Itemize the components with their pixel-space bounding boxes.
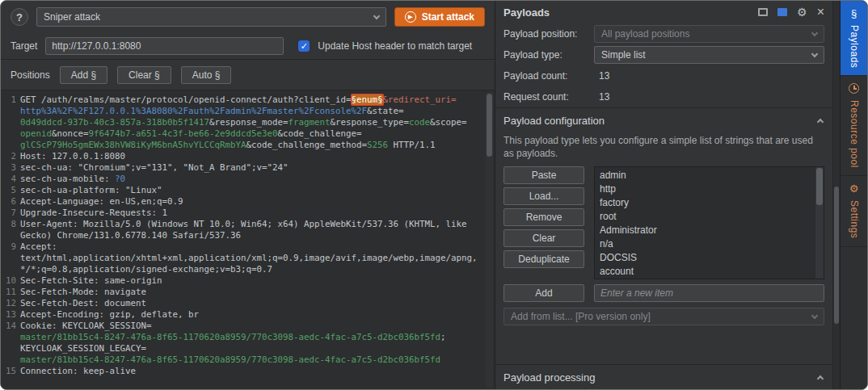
request-line[interactable]: 6Accept-Language: en-US,en;q=0.9 — [1, 196, 485, 208]
editor-scrollbar-thumb[interactable] — [487, 94, 492, 157]
target-input[interactable] — [45, 37, 284, 55]
panel-header-icons: ⚙ × — [758, 6, 824, 19]
chevron-down-icon — [811, 29, 818, 36]
line-number: 5 — [1, 185, 20, 196]
line-number: 12 — [1, 298, 20, 309]
collapse-icon[interactable] — [817, 375, 824, 382]
line-number: 8 — [1, 219, 20, 241]
line-content: sec-ch-ua: "Chromium";v="131", "Not_A Br… — [20, 162, 485, 174]
chevron-down-icon — [811, 50, 818, 57]
payload-list-item[interactable]: admin — [600, 169, 812, 182]
add-button[interactable]: Add — [504, 284, 584, 302]
payload-list-scrollbar[interactable] — [815, 167, 824, 279]
request-line[interactable]: 8User-Agent: Mozilla/5.0 (Windows NT 10.… — [1, 219, 485, 241]
payload-list-item[interactable]: factory — [600, 196, 812, 210]
payload-count-label: Payload count: — [504, 70, 594, 82]
panel-scrollbar-thumb[interactable] — [834, 187, 839, 324]
line-number: 10 — [1, 275, 20, 287]
payload-list-item[interactable]: account — [600, 265, 812, 279]
payload-configuration-description: This payload type lets you configure a s… — [495, 132, 832, 166]
payload-list-controls: Paste Load... Remove Clear Deduplicate a… — [495, 166, 832, 279]
line-number: 4 — [1, 174, 20, 185]
auto-marker-button[interactable]: Auto § — [181, 66, 232, 84]
remove-button[interactable]: Remove — [504, 208, 584, 226]
chevron-down-icon — [811, 312, 818, 318]
line-content: sec-ch-ua-platform: "Linux" — [20, 185, 485, 196]
payload-processing-header[interactable]: Payload processing — [495, 365, 832, 389]
request-line[interactable]: 5sec-ch-ua-platform: "Linux" — [1, 185, 485, 196]
payload-type-row: Payload type: Simple list — [495, 44, 832, 65]
payload-configuration-header[interactable]: Payload configuration — [495, 108, 832, 132]
payload-list-item[interactable]: n/a — [600, 237, 812, 251]
request-line[interactable]: 4sec-ch-ua-mobile: ?0 — [1, 174, 485, 185]
payload-type-select[interactable]: Simple list — [594, 46, 824, 64]
request-line[interactable]: 2Host: 127.0.0.1:8080 — [1, 151, 485, 162]
payloads-content: Payloads ⚙ × Payload position: All paylo… — [495, 1, 832, 389]
line-number: 9 — [1, 241, 20, 275]
payload-position-value: All payload positions — [601, 28, 689, 40]
payload-list-item[interactable]: root — [600, 210, 812, 224]
request-line[interactable]: 14Cookie: KEYCLOAK_SESSION= master/81bb1… — [1, 321, 485, 366]
docked-view-icon[interactable] — [777, 8, 787, 16]
target-row: Target ✓ Update Host header to match tar… — [1, 33, 495, 59]
request-line[interactable]: 15Connection: keep-alive — [1, 366, 485, 377]
request-line[interactable]: 7Upgrade-Insecure-Requests: 1 — [1, 208, 485, 219]
request-line[interactable]: 13Accept-Encoding: gzip, deflate, br — [1, 309, 485, 321]
line-content: Sec-Fetch-Site: same-origin — [20, 275, 485, 287]
gear-icon[interactable]: ⚙ — [797, 6, 807, 18]
update-host-checkbox[interactable]: ✓ — [298, 40, 310, 52]
payload-list-item[interactable]: Administrator — [600, 224, 812, 237]
payload-count-value: 13 — [599, 70, 609, 82]
close-icon[interactable]: × — [817, 6, 824, 19]
split-view-icon[interactable] — [758, 8, 768, 16]
panel-scrollbar[interactable] — [832, 1, 840, 389]
payload-list-scrollbar-thumb[interactable] — [816, 168, 823, 205]
target-label: Target — [11, 40, 37, 52]
help-icon[interactable]: ? — [11, 8, 28, 26]
intruder-attack-window: ? Sniper attack ▶ Start attack Target ✓ … — [0, 0, 868, 390]
payload-configuration-title: Payload configuration — [504, 115, 605, 127]
paste-button[interactable]: Paste — [504, 166, 584, 184]
side-tab-strip: § Payloads Resource pool ⚙ Settings — [840, 1, 867, 389]
request-line[interactable]: 10Sec-Fetch-Site: same-origin — [1, 275, 485, 287]
line-content: Sec-Fetch-Dest: document — [20, 298, 485, 309]
attack-bar: ? Sniper attack ▶ Start attack — [1, 1, 495, 33]
payload-count-row: Payload count: 13 — [495, 65, 832, 86]
payload-list[interactable]: adminhttpfactoryrootAdministratorn/aDOCS… — [594, 166, 824, 279]
attack-type-select[interactable]: Sniper attack — [36, 7, 386, 27]
line-content: Cookie: KEYCLOAK_SESSION= master/81bb15c… — [20, 321, 485, 366]
request-line[interactable]: 11Sec-Fetch-Mode: navigate — [1, 287, 485, 298]
request-line[interactable]: 3sec-ch-ua: "Chromium";v="131", "Not_A B… — [1, 162, 485, 174]
payload-type-label: Payload type: — [504, 49, 594, 61]
positions-bar: Positions Add § Clear § Auto § — [1, 60, 495, 90]
request-line[interactable]: 9Accept: text/html,application/xhtml+xml… — [1, 241, 485, 275]
line-content: Host: 127.0.0.1:8080 — [20, 151, 485, 162]
collapse-icon[interactable] — [817, 119, 824, 125]
deduplicate-button[interactable]: Deduplicate — [504, 250, 584, 268]
request-line[interactable]: 12Sec-Fetch-Dest: document — [1, 298, 485, 309]
start-attack-button[interactable]: ▶ Start attack — [394, 7, 485, 27]
add-from-list-row: Add from list... [Pro version only] — [495, 302, 832, 325]
request-editor[interactable]: 1GET /auth/realms/master/protocol/openid… — [1, 90, 495, 389]
start-attack-label: Start attack — [422, 11, 474, 23]
tab-resource-pool[interactable]: Resource pool — [841, 76, 867, 176]
line-content: sec-ch-ua-mobile: ?0 — [20, 174, 485, 185]
payloads-panel: Payloads ⚙ × Payload position: All paylo… — [495, 1, 867, 389]
line-number: 11 — [1, 287, 20, 298]
payload-list-item[interactable]: DOCSIS — [600, 251, 812, 265]
clear-button[interactable]: Clear — [504, 229, 584, 247]
line-number: 15 — [1, 366, 20, 377]
line-content: Accept-Language: en-US,en;q=0.9 — [20, 196, 485, 208]
editor-scrollbar[interactable] — [486, 92, 493, 388]
tab-settings[interactable]: ⚙ Settings — [841, 176, 867, 246]
add-from-list-value: Add from list... [Pro version only] — [511, 311, 651, 322]
new-payload-input[interactable] — [594, 284, 824, 302]
request-line[interactable]: 1GET /auth/realms/master/protocol/openid… — [1, 94, 485, 151]
add-marker-button[interactable]: Add § — [60, 66, 107, 84]
payload-list-item[interactable]: http — [600, 182, 812, 196]
tab-payloads[interactable]: § Payloads — [841, 1, 867, 76]
clear-marker-button[interactable]: Clear § — [117, 66, 171, 84]
load-button[interactable]: Load... — [504, 187, 584, 205]
add-from-list-select: Add from list... [Pro version only] — [504, 308, 824, 325]
line-number: 3 — [1, 162, 20, 174]
